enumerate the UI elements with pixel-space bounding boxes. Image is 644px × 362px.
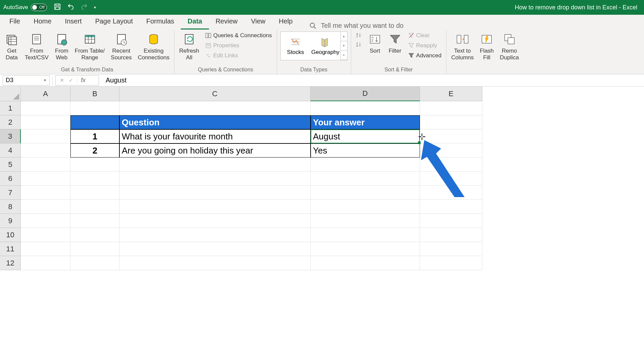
row-header-4[interactable]: 4 bbox=[0, 143, 21, 158]
select-all-button[interactable] bbox=[0, 86, 21, 101]
queries-connections-button[interactable]: Queries & Connections bbox=[204, 32, 273, 40]
edit-links-button: Edit Links bbox=[204, 52, 273, 60]
remove-duplicates-icon bbox=[502, 32, 517, 46]
toggle-switch[interactable]: Off bbox=[31, 4, 47, 11]
refresh-all-button[interactable]: Refresh All bbox=[178, 32, 201, 62]
ribbon-tabs: File Home Insert Page Layout Formulas Da… bbox=[0, 15, 644, 29]
filter-button[interactable]: Filter bbox=[387, 32, 404, 55]
remove-duplicates-button[interactable]: Remo Duplica bbox=[498, 32, 520, 62]
cell-b2[interactable] bbox=[70, 115, 119, 129]
column-headers: A B C D E bbox=[0, 86, 644, 101]
existing-connections-button[interactable]: Existing Connections bbox=[137, 32, 171, 62]
reapply-button: Reapply bbox=[407, 42, 443, 50]
col-header-e[interactable]: E bbox=[420, 86, 482, 101]
tell-me-search[interactable]: Tell me what you want to do bbox=[309, 22, 404, 29]
row-header-11[interactable]: 11 bbox=[0, 242, 21, 256]
tab-page-layout[interactable]: Page Layout bbox=[89, 14, 140, 29]
row-header-7[interactable]: 7 bbox=[0, 186, 21, 200]
cell-c1[interactable] bbox=[119, 101, 311, 115]
svg-rect-28 bbox=[209, 33, 211, 38]
tab-home[interactable]: Home bbox=[27, 14, 58, 29]
row-header-3[interactable]: 3 bbox=[0, 129, 21, 143]
row-header-9[interactable]: 9 bbox=[0, 214, 21, 228]
cell-e3[interactable] bbox=[420, 129, 482, 143]
fx-icon[interactable]: fx bbox=[77, 77, 89, 84]
web-icon bbox=[55, 32, 69, 46]
cell-e4[interactable] bbox=[420, 143, 482, 158]
sort-asc-button[interactable]: AZ bbox=[355, 32, 363, 39]
col-header-b[interactable]: B bbox=[70, 86, 119, 101]
row-header-10[interactable]: 10 bbox=[0, 228, 21, 242]
cell-d1[interactable] bbox=[311, 101, 420, 115]
cell-a1[interactable] bbox=[21, 101, 70, 115]
cell-c4[interactable]: Are you going on holiday this year bbox=[119, 143, 311, 158]
quick-access-toolbar: ▾ bbox=[54, 3, 96, 12]
cell-d3[interactable]: August bbox=[311, 129, 420, 143]
group-data-tools: Text to Columns Flash Fill Remo Duplica bbox=[446, 29, 524, 74]
from-web-button[interactable]: From Web bbox=[53, 32, 70, 62]
sort-button[interactable]: AZ Sort bbox=[367, 32, 383, 55]
svg-rect-42 bbox=[464, 35, 468, 43]
col-header-d[interactable]: D bbox=[311, 86, 420, 101]
get-data-button[interactable]: Get Data bbox=[3, 32, 20, 62]
spreadsheet-grid[interactable]: A B C D E 1 2 Question Your answer 3 1 W… bbox=[0, 86, 644, 270]
autosave-label: AutoSave bbox=[3, 4, 28, 11]
titlebar: AutoSave Off ▾ How to remove drop down l… bbox=[0, 0, 644, 15]
name-box[interactable]: D3 ▼ bbox=[3, 75, 50, 85]
data-types-gallery[interactable]: Stocks Geography ▲▼▾ bbox=[280, 32, 347, 60]
cell-a4[interactable] bbox=[21, 143, 70, 158]
get-data-icon bbox=[5, 32, 19, 46]
formula-input[interactable] bbox=[102, 75, 644, 85]
customize-qat-icon[interactable]: ▾ bbox=[94, 5, 96, 10]
tab-data[interactable]: Data bbox=[181, 14, 209, 29]
cell-b4[interactable]: 2 bbox=[70, 143, 119, 158]
col-header-c[interactable]: C bbox=[119, 86, 311, 101]
svg-text:Z: Z bbox=[356, 35, 358, 38]
row-header-6[interactable]: 6 bbox=[0, 172, 21, 186]
cell-e2[interactable] bbox=[420, 115, 482, 129]
chevron-down-icon[interactable]: ▼ bbox=[43, 78, 47, 82]
sort-desc-button[interactable]: ZA bbox=[355, 41, 363, 48]
svg-text:Z: Z bbox=[371, 39, 373, 42]
row-header-2[interactable]: 2 bbox=[0, 115, 21, 129]
advanced-filter-button[interactable]: Advanced bbox=[407, 52, 443, 60]
refresh-icon bbox=[182, 32, 196, 46]
tab-review[interactable]: Review bbox=[209, 14, 245, 29]
cell-d4[interactable]: Yes bbox=[311, 143, 420, 158]
tab-insert[interactable]: Insert bbox=[58, 14, 89, 29]
cell-b1[interactable] bbox=[70, 101, 119, 115]
cell-a2[interactable] bbox=[21, 115, 70, 129]
from-textcsv-button[interactable]: From Text/CSV bbox=[23, 32, 50, 62]
gallery-scroll[interactable]: ▲▼▾ bbox=[340, 32, 347, 60]
text-to-columns-button[interactable]: Text to Columns bbox=[450, 32, 475, 62]
autosave-toggle[interactable]: AutoSave Off bbox=[3, 4, 47, 11]
tab-view[interactable]: View bbox=[244, 14, 272, 29]
cell-e1[interactable] bbox=[420, 101, 482, 115]
recent-sources-button[interactable]: Recent Sources bbox=[109, 32, 133, 62]
row-header-5[interactable]: 5 bbox=[0, 158, 21, 172]
from-table-button[interactable]: From Table/ Range bbox=[73, 32, 106, 62]
row-header-12[interactable]: 12 bbox=[0, 256, 21, 270]
tab-file[interactable]: File bbox=[3, 14, 27, 29]
svg-rect-10 bbox=[33, 35, 41, 44]
redo-icon bbox=[80, 3, 88, 12]
tab-help[interactable]: Help bbox=[272, 14, 299, 29]
svg-rect-2 bbox=[55, 7, 59, 9]
window-title: How to remove drop down list in Excel - … bbox=[0, 4, 644, 11]
geography-button[interactable]: Geography bbox=[311, 32, 340, 60]
col-header-a[interactable]: A bbox=[21, 86, 70, 101]
cell-a3[interactable] bbox=[21, 129, 70, 143]
tab-formulas[interactable]: Formulas bbox=[140, 14, 181, 29]
svg-text:A: A bbox=[356, 44, 358, 47]
cell-b3[interactable]: 1 bbox=[70, 129, 119, 143]
row-header-1[interactable]: 1 bbox=[0, 101, 21, 115]
cell-d2[interactable]: Your answer bbox=[311, 115, 420, 129]
flash-fill-button[interactable]: Flash Fill bbox=[478, 32, 495, 62]
save-icon[interactable] bbox=[54, 3, 61, 12]
cell-c2[interactable]: Question bbox=[119, 115, 311, 129]
connections-icon bbox=[147, 32, 161, 46]
undo-icon[interactable] bbox=[67, 3, 74, 12]
cell-c3[interactable]: What is your favourite month bbox=[119, 129, 311, 143]
stocks-button[interactable]: Stocks bbox=[281, 32, 311, 60]
row-header-8[interactable]: 8 bbox=[0, 200, 21, 214]
